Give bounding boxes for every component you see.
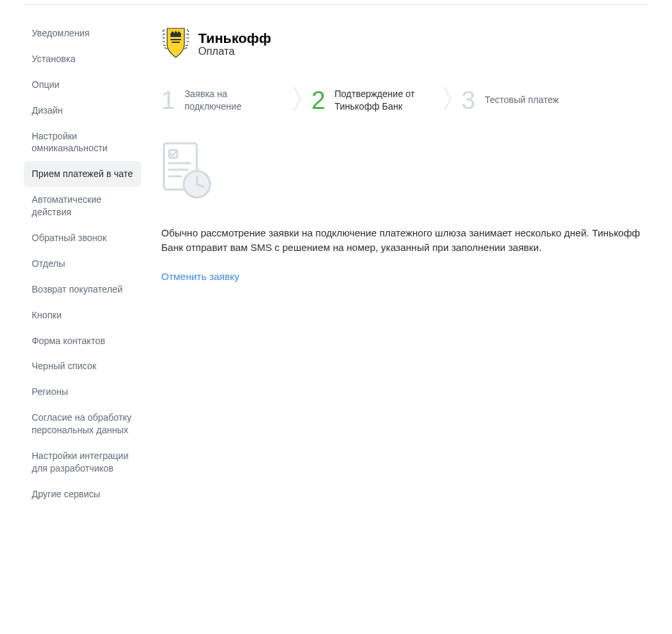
sidebar-item-other-services[interactable]: Другие сервисы <box>24 481 141 507</box>
sidebar-item-blacklist[interactable]: Черный список <box>24 353 141 379</box>
cancel-request-link[interactable]: Отменить заявку <box>161 271 239 282</box>
sidebar-item-install[interactable]: Установка <box>24 46 141 72</box>
sidebar-item-notifications[interactable]: Уведомления <box>24 20 141 46</box>
sidebar-item-returning-customers[interactable]: Возврат покупателей <box>24 277 141 302</box>
step-number: 1 <box>161 88 175 113</box>
step-number: 2 <box>311 88 325 113</box>
sidebar-item-options[interactable]: Опции <box>24 72 141 98</box>
provider-title: Тинькофф <box>198 30 271 46</box>
sidebar-item-omnichannel[interactable]: Настройки омниканальности <box>24 123 141 162</box>
sidebar-item-auto-actions[interactable]: Автоматические действия <box>24 187 141 225</box>
sidebar: Уведомления Установка Опции Дизайн Настр… <box>24 20 141 507</box>
step-1: 1 Заявка на подключение <box>161 88 283 113</box>
sidebar-item-buttons[interactable]: Кнопки <box>24 302 141 328</box>
sidebar-item-regions[interactable]: Регионы <box>24 379 141 405</box>
steps-progress: 1 Заявка на подключение 2 Подтверждение … <box>161 86 648 114</box>
sidebar-item-chat-payments[interactable]: Прием платежей в чате <box>24 161 141 187</box>
status-description: Обычно рассмотрение заявки на подключени… <box>161 226 648 255</box>
step-number: 3 <box>461 88 475 113</box>
main-content: Тинькофф Оплата 1 Заявка на подключение … <box>141 20 648 507</box>
tinkoff-shield-icon <box>161 26 190 62</box>
step-label: Заявка на подключение <box>184 88 283 112</box>
step-label: Тестовый платеж <box>484 94 558 106</box>
sidebar-item-integration-settings[interactable]: Настройки интеграции для разработчиков <box>24 443 141 481</box>
chevron-right-icon <box>443 86 452 114</box>
sidebar-item-contact-form[interactable]: Форма контактов <box>24 328 141 354</box>
provider-subtitle: Оплата <box>198 46 271 57</box>
sidebar-item-consent[interactable]: Согласие на обработку персональных данны… <box>24 405 141 443</box>
svg-rect-0 <box>170 39 181 40</box>
sidebar-item-design[interactable]: Дизайн <box>24 98 141 123</box>
chevron-right-icon <box>293 86 302 114</box>
sidebar-item-departments[interactable]: Отделы <box>24 251 141 277</box>
step-2: 2 Подтверждение от Тинькофф Банк <box>311 88 433 113</box>
waiting-illustration-icon <box>161 141 648 202</box>
provider-logo-block: Тинькофф Оплата <box>161 26 648 62</box>
sidebar-item-callback[interactable]: Обратный звонок <box>24 225 141 251</box>
svg-rect-1 <box>172 42 180 43</box>
step-label: Подтверждение от Тинькофф Банк <box>334 88 433 112</box>
step-3: 3 Тестовый платеж <box>461 88 558 113</box>
